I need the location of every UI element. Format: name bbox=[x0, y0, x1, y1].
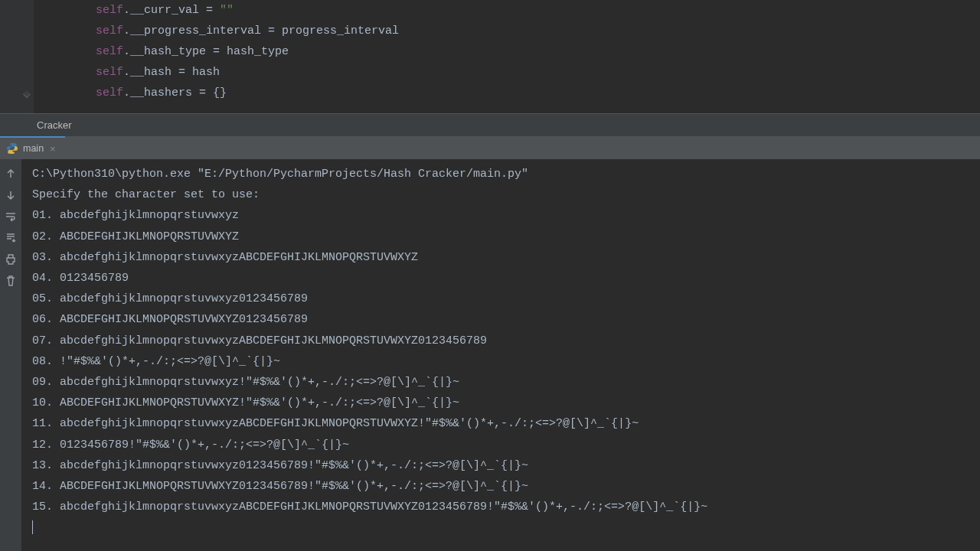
token-op: = bbox=[261, 24, 282, 37]
console-option-line: 11. abcdefghijklmnopqrstuvwxyzABCDEFGHIJ… bbox=[32, 413, 980, 434]
run-tab-bar: main × bbox=[0, 136, 980, 159]
code-line[interactable]: self.__progress_interval = progress_inte… bbox=[34, 21, 980, 41]
console-output[interactable]: C:\Python310\python.exe "E:/Python/Pycha… bbox=[21, 159, 980, 551]
token-rhs: "" bbox=[220, 4, 234, 17]
token-self: self bbox=[96, 4, 123, 17]
console-option-line: 06. ABCDEFGHIJKLMNOPQRSTUVWXYZ0123456789 bbox=[32, 309, 980, 330]
console-option-line: 03. abcdefghijklmnopqrstuvwxyzABCDEFGHIJ… bbox=[32, 247, 980, 268]
token-field: .__hashers bbox=[123, 86, 192, 99]
console-option-line: 14. ABCDEFGHIJKLMNOPQRSTUVWXYZ0123456789… bbox=[32, 476, 980, 497]
token-op: = bbox=[192, 86, 213, 99]
token-rhs: hash bbox=[192, 66, 220, 79]
console-command-line: C:\Python310\python.exe "E:/Python/Pycha… bbox=[32, 164, 980, 184]
console-option-line: 09. abcdefghijklmnopqrstuvwxyz!"#$%&'()*… bbox=[32, 372, 980, 393]
tool-window-title: Cracker bbox=[37, 119, 72, 131]
console-option-line: 05. abcdefghijklmnopqrstuvwxyz0123456789 bbox=[32, 289, 980, 309]
fold-marker-icon[interactable] bbox=[23, 90, 31, 98]
python-file-icon bbox=[6, 142, 18, 155]
print-icon[interactable] bbox=[4, 253, 18, 266]
code-editor[interactable]: self.__curr_val = ""self.__progress_inte… bbox=[0, 0, 980, 113]
run-tab-label: main bbox=[23, 143, 44, 154]
code-line[interactable]: self.__hash_type = hash_type bbox=[34, 41, 980, 62]
token-self: self bbox=[96, 45, 123, 58]
code-line[interactable]: self.__hashers = {} bbox=[34, 83, 980, 103]
editor-gutter[interactable] bbox=[0, 0, 34, 113]
console-option-line: 01. abcdefghijklmnopqrstuvwxyz bbox=[32, 205, 980, 226]
down-arrow-icon[interactable] bbox=[4, 188, 18, 202]
console-option-line: 04. 0123456789 bbox=[32, 268, 980, 289]
trash-icon[interactable] bbox=[4, 274, 18, 288]
token-op: = bbox=[199, 4, 220, 17]
token-op: = bbox=[172, 66, 192, 79]
token-rhs: {} bbox=[213, 86, 227, 99]
run-tab-main[interactable]: main × bbox=[0, 136, 65, 159]
token-field: .__progress_interval bbox=[123, 24, 261, 37]
token-field: .__hash bbox=[123, 66, 172, 79]
console-option-line: 13. abcdefghijklmnopqrstuvwxyz0123456789… bbox=[32, 455, 980, 476]
token-field: .__curr_val bbox=[123, 4, 199, 17]
soft-wrap-icon[interactable] bbox=[4, 210, 18, 223]
console-option-line: 12. 0123456789!"#$%&'()*+,-./:;<=>?@[\]^… bbox=[32, 435, 980, 455]
tool-window-header[interactable]: Cracker bbox=[0, 113, 980, 136]
token-self: self bbox=[96, 24, 123, 37]
token-self: self bbox=[96, 66, 123, 79]
token-self: self bbox=[96, 86, 123, 99]
run-pane: C:\Python310\python.exe "E:/Python/Pycha… bbox=[0, 159, 980, 551]
token-op: = bbox=[206, 45, 227, 58]
console-action-toolbar bbox=[0, 159, 21, 551]
console-option-line: 15. abcdefghijklmnopqrstuvwxyzABCDEFGHIJ… bbox=[32, 497, 980, 517]
caret-icon bbox=[32, 520, 33, 534]
console-input-line[interactable] bbox=[32, 517, 980, 538]
console-option-line: 08. !"#$%&'()*+,-./:;<=>?@[\]^_`{|}~ bbox=[32, 351, 980, 372]
console-option-line: 07. abcdefghijklmnopqrstuvwxyzABCDEFGHIJ… bbox=[32, 331, 980, 351]
console-option-line: 10. ABCDEFGHIJKLMNOPQRSTUVWXYZ!"#$%&'()*… bbox=[32, 393, 980, 413]
token-rhs: progress_interval bbox=[282, 24, 399, 37]
code-line[interactable]: self.__curr_val = "" bbox=[34, 0, 980, 21]
console-prompt-line: Specify the character set to use: bbox=[32, 184, 980, 205]
code-line[interactable]: self.__hash = hash bbox=[34, 62, 980, 83]
up-arrow-icon[interactable] bbox=[4, 167, 18, 181]
close-icon[interactable]: × bbox=[48, 144, 57, 154]
console-option-line: 02. ABCDEFGHIJKLMNOPQRSTUVWXYZ bbox=[32, 227, 980, 247]
token-field: .__hash_type bbox=[123, 45, 206, 58]
token-rhs: hash_type bbox=[227, 45, 289, 58]
scroll-end-icon[interactable] bbox=[4, 231, 18, 245]
